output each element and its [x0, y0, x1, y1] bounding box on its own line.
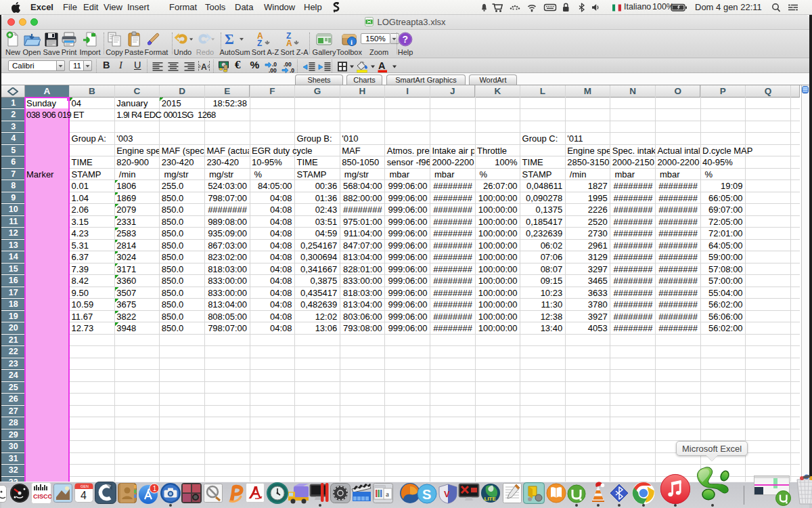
svg-text:Z: Z: [257, 39, 262, 47]
svg-text:A: A: [201, 62, 207, 72]
svg-text:A: A: [378, 60, 386, 71]
svg-text:?: ?: [403, 34, 409, 45]
svg-text:Σ: Σ: [225, 31, 234, 47]
svg-text:A: A: [286, 39, 292, 47]
svg-text:GEN: GEN: [81, 484, 89, 488]
svg-text:1: 1: [153, 485, 157, 492]
svg-text:i: i: [351, 38, 353, 46]
svg-text:V: V: [444, 489, 450, 499]
svg-text:S: S: [422, 487, 431, 502]
svg-text:4: 4: [81, 490, 87, 501]
svg-text:a: a: [386, 490, 389, 498]
svg-text:CISCO: CISCO: [33, 493, 51, 500]
svg-text:.0: .0: [290, 67, 294, 73]
svg-text:LITE: LITE: [484, 496, 497, 502]
svg-text:.00: .00: [269, 67, 277, 73]
